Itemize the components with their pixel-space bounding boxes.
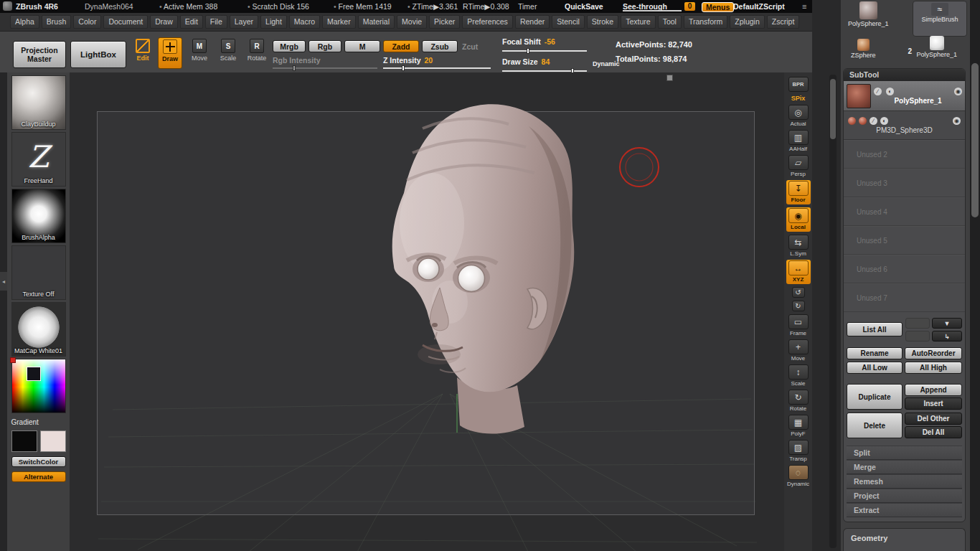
menu-item-layer[interactable]: Layer [230, 15, 258, 29]
all-low-button[interactable]: All Low [847, 362, 903, 374]
zsphere-tool-slot[interactable]: ZSphere [851, 39, 876, 59]
subtool-slot-unused[interactable]: Unused 7 [844, 283, 965, 312]
section-split[interactable]: Split [847, 446, 962, 460]
rotate-mode-button[interactable]: R Rotate [245, 37, 269, 69]
append-button[interactable]: Append [905, 384, 962, 396]
paint-icon[interactable]: ∕ [874, 88, 882, 95]
current-brush-thumbnail[interactable]: ClayBuildup [11, 75, 66, 130]
del-other-button[interactable]: Del Other [905, 413, 962, 425]
projection-master-button[interactable]: Projection Master [13, 41, 66, 68]
menu-item-document[interactable]: Document [103, 15, 148, 29]
spin-right-icon[interactable]: ↻ [792, 301, 805, 311]
mrgb-button[interactable]: Mrgb [273, 40, 306, 52]
draw-size-slider[interactable] [502, 70, 587, 72]
subtool-down-button[interactable]: ▼ [932, 318, 962, 329]
move-mode-button[interactable]: M Move [187, 37, 212, 69]
sliders-icon[interactable]: ≡ [802, 2, 806, 11]
floor-grid-button[interactable]: ↧ Floor [786, 180, 811, 204]
subtool-slot-unused[interactable]: Unused 6 [844, 255, 965, 283]
sculpt-viewport[interactable] [70, 72, 784, 551]
menu-item-light[interactable]: Light [260, 15, 287, 29]
visibility-eye-icon[interactable]: ◉ [954, 88, 962, 95]
delete-button[interactable]: Delete [847, 413, 903, 438]
menus-toggle-button[interactable]: Menus [702, 2, 734, 12]
menu-item-render[interactable]: Render [515, 15, 550, 29]
panel-scrollbar-thumb[interactable] [971, 63, 979, 217]
all-high-button[interactable]: All High [905, 362, 962, 374]
secondary-color-swatch[interactable] [40, 430, 66, 452]
quicksave-button[interactable]: QuickSave [565, 2, 603, 11]
lightbox-button[interactable]: LightBox [70, 41, 126, 68]
menu-item-color[interactable]: Color [73, 15, 101, 29]
color-picker-swatch[interactable] [27, 367, 41, 381]
panel-scrollbar[interactable] [970, 0, 980, 551]
section-merge[interactable]: Merge [847, 460, 962, 474]
draw-mode-button[interactable]: Draw [158, 37, 182, 69]
section-remesh[interactable]: Remesh [847, 474, 962, 489]
nav-move-button[interactable]: + Move [786, 339, 811, 362]
subtool-slot-unused[interactable]: Unused 4 [844, 197, 965, 226]
geometry-panel[interactable]: Geometry [843, 528, 966, 551]
menu-item-draw[interactable]: Draw [150, 15, 178, 29]
z-intensity-slider[interactable] [383, 67, 491, 69]
section-project[interactable]: Project [847, 489, 962, 503]
menu-item-marker[interactable]: Marker [322, 15, 356, 29]
menu-item-tool[interactable]: Tool [658, 15, 682, 29]
lsym-button[interactable]: ⇆ L.Sym [786, 235, 811, 257]
visibility-eye-icon[interactable]: ◉ [953, 117, 961, 125]
scale-mode-button[interactable]: S Scale [216, 37, 240, 69]
menu-item-edit[interactable]: Edit [180, 15, 203, 29]
main-color-swatch[interactable] [11, 430, 37, 452]
menu-item-macro[interactable]: Macro [289, 15, 320, 29]
menu-item-stencil[interactable]: Stencil [552, 15, 585, 29]
menu-item-alpha[interactable]: Alpha [10, 15, 39, 29]
zsub-button[interactable]: Zsub [422, 40, 458, 52]
menu-item-zscript[interactable]: Zscript [767, 15, 800, 29]
current-material-thumbnail[interactable]: MatCap White01 [11, 302, 66, 357]
local-transform-button[interactable]: ◉ Local [786, 207, 811, 232]
stat-timer[interactable]: Timer [518, 2, 537, 11]
tray-collapse-handle[interactable]: ◂ [0, 272, 7, 291]
list-all-button[interactable]: List All [847, 322, 903, 336]
subtool-panel-title[interactable]: SubTool [844, 69, 965, 81]
subtool-slot-unused[interactable]: Unused 3 [844, 169, 965, 197]
current-tool-slot[interactable]: PolySphere_1 [848, 1, 889, 27]
paint-icon[interactable]: ∕ [870, 117, 877, 125]
autoreorder-button[interactable]: AutoReorder [905, 347, 962, 359]
menu-item-picker[interactable]: Picker [429, 15, 460, 29]
polyframe-button[interactable]: ▦ PolyF [786, 415, 811, 437]
rgb-button[interactable]: Rgb [308, 40, 341, 52]
frame-button[interactable]: ▭ Frame [786, 314, 811, 336]
menu-item-brush[interactable]: Brush [42, 15, 71, 29]
subtool-slot-unused[interactable]: Unused 2 [844, 140, 965, 169]
dynamic-perspective-button[interactable]: ◌ Dynamic [786, 465, 811, 487]
alternate-button[interactable]: Alternate [11, 471, 66, 482]
duplicate-button[interactable]: Duplicate [847, 384, 903, 410]
xyz-constraint-button[interactable]: ↔ XYZ [786, 260, 811, 284]
inner-scrollbar-thumb[interactable] [830, 79, 836, 139]
subtool-item-sphere[interactable]: ∕ ◐ ◉ PM3D_Sphere3D [844, 111, 965, 140]
zadd-button[interactable]: Zadd [383, 40, 419, 52]
m-button[interactable]: M [344, 40, 380, 52]
current-stroke-thumbnail[interactable]: Z FreeHand [11, 132, 66, 187]
menu-item-zplugin[interactable]: Zplugin [730, 15, 764, 29]
edit-mode-button[interactable]: Edit [131, 37, 155, 69]
zscript-name[interactable]: DefaultZScript [733, 2, 785, 11]
see-through-slider[interactable] [623, 10, 682, 11]
menu-item-movie[interactable]: Movie [397, 15, 427, 29]
current-texture-thumbnail[interactable]: Texture Off [11, 245, 66, 300]
menu-item-transform[interactable]: Transform [684, 15, 727, 29]
menu-item-texture[interactable]: Texture [621, 15, 655, 29]
subtool-move-down-button[interactable]: ↳ [932, 331, 962, 342]
rename-button[interactable]: Rename [847, 347, 903, 359]
geometry-panel-title[interactable]: Geometry [844, 529, 965, 542]
bpr-render-button[interactable]: BPR [786, 77, 811, 92]
menu-item-material[interactable]: Material [358, 15, 395, 29]
brush-slot-inset[interactable]: ≈ SimpleBrush [913, 1, 967, 37]
subtool-slot-unused[interactable]: Unused 5 [844, 226, 965, 255]
menu-item-stroke[interactable]: Stroke [587, 15, 618, 29]
spix-slider-label[interactable]: SPix [791, 95, 806, 102]
focal-shift-slider[interactable] [502, 50, 587, 52]
material-icon[interactable]: ◐ [880, 117, 888, 125]
menu-item-preferences[interactable]: Preferences [462, 15, 513, 29]
